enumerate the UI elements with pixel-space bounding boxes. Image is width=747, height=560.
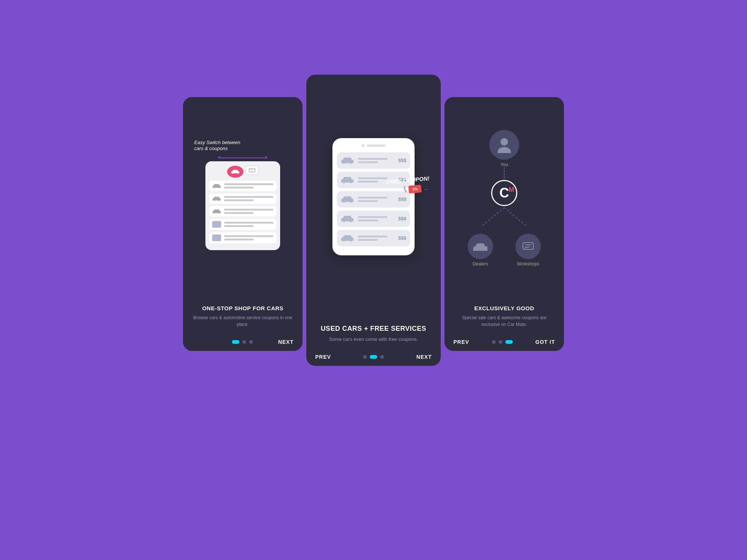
node-you: You	[489, 130, 519, 167]
right-card-desc: Special sale cars & awesome coupons are …	[453, 314, 555, 328]
svg-point-5	[214, 187, 215, 188]
right-dot-2	[499, 340, 502, 344]
left-footer: ONE-STOP SHOP FOR CARS Browse cars & aut…	[183, 299, 303, 335]
dealers-circle	[468, 234, 493, 259]
svg-point-13	[343, 181, 345, 183]
dot-1	[232, 340, 239, 344]
list-row-1	[209, 181, 276, 191]
right-dot-1	[492, 340, 496, 344]
svg-point-7	[214, 199, 215, 201]
card-left: Easy Switch between cars & coupons	[183, 97, 303, 351]
connector-area	[471, 208, 538, 226]
svg-point-1	[237, 172, 238, 174]
coupon-row-1	[209, 219, 276, 230]
right-footer: EXCLUSIVELY GOOD Special sale cars & awe…	[444, 299, 564, 335]
svg-text:1%: 1%	[523, 246, 528, 249]
svg-text:1%: 1%	[250, 170, 253, 172]
tab-icon-coupon: 1%	[246, 166, 258, 175]
card-center: $$$ $$$ $$$ $$$	[306, 75, 441, 366]
free-coupon-label: FREE COUPON!	[386, 175, 430, 186]
center-dot-1	[363, 355, 367, 359]
cards-container: Easy Switch between cars & coupons	[205, 75, 542, 485]
cm-logo-node: C M	[491, 180, 517, 206]
connector-v1	[504, 167, 505, 178]
svg-line-22	[482, 208, 504, 226]
tab-icons: 1%	[209, 166, 276, 178]
svg-point-21	[500, 138, 508, 146]
left-illustration: Easy Switch between cars & coupons	[183, 97, 303, 299]
right-got-it-button[interactable]: GOT IT	[535, 339, 555, 345]
svg-point-17	[343, 220, 345, 222]
svg-point-0	[233, 172, 234, 174]
workshops-label: Workshops	[517, 261, 539, 267]
phone-speaker	[337, 144, 410, 147]
right-nav-dots	[492, 340, 513, 344]
svg-point-8	[218, 199, 220, 201]
center-row-4: $$$	[337, 211, 410, 227]
coupon-row-2	[209, 232, 276, 243]
svg-point-15	[343, 200, 345, 203]
center-prev-button[interactable]: PREV	[315, 354, 331, 360]
center-row-1: $$$	[337, 152, 410, 169]
dot-3	[249, 340, 253, 344]
switch-arrows	[205, 158, 280, 158]
svg-line-23	[504, 208, 527, 226]
left-card-title: ONE-STOP SHOP FOR CARS	[192, 305, 294, 311]
center-card-nav: PREV NEXT	[306, 350, 441, 366]
left-card-desc: Browse cars & automotive service coupons…	[192, 314, 294, 328]
node-workshops: 1% Workshops	[515, 234, 541, 267]
right-card-title: EXCLUSIVELY GOOD	[453, 305, 555, 311]
svg-point-12	[350, 162, 352, 164]
svg-point-11	[343, 162, 345, 164]
left-card-nav: NEXT	[183, 335, 303, 351]
coupon-badge: 1%	[408, 185, 422, 194]
right-dot-3	[505, 340, 513, 344]
dot-2	[242, 340, 246, 344]
center-dot-2	[370, 355, 377, 359]
node-dealers: Dealers	[468, 234, 493, 267]
svg-point-9	[214, 212, 215, 214]
center-card-title: USED CARS + FREE SERVICES	[315, 325, 432, 333]
center-nav-dots	[363, 355, 384, 359]
list-row-3	[209, 206, 276, 217]
network-diagram: You C M	[448, 130, 560, 267]
bottom-nodes: Dealers 1% Workshops	[468, 234, 541, 267]
left-phone-mockup: 1%	[205, 161, 280, 250]
svg-point-20	[350, 239, 352, 242]
left-nav-dots	[232, 340, 253, 344]
tab-icon-car	[227, 166, 244, 178]
card-right: You C M	[444, 97, 564, 351]
you-label: You	[500, 162, 508, 167]
list-row-2	[209, 193, 276, 204]
svg-point-10	[218, 212, 220, 214]
svg-point-24	[476, 249, 478, 251]
center-footer: USED CARS + FREE SERVICES Some cars even…	[306, 319, 441, 351]
svg-point-25	[483, 249, 485, 251]
right-card-nav: PREV GOT IT	[444, 335, 564, 351]
svg-point-16	[350, 200, 352, 203]
svg-point-19	[343, 239, 345, 242]
svg-point-18	[350, 220, 352, 222]
center-row-5: $$$	[337, 230, 410, 246]
center-card-desc: Some cars even come with free coupons.	[315, 336, 432, 343]
right-illustration: You C M	[444, 97, 564, 299]
dealers-label: Dealers	[472, 261, 488, 267]
right-prev-button[interactable]: PREV	[453, 339, 469, 345]
center-next-button[interactable]: NEXT	[416, 354, 432, 360]
center-dot-3	[380, 355, 384, 359]
you-circle	[489, 130, 519, 160]
switch-label: Easy Switch between cars & coupons	[194, 140, 243, 152]
svg-point-14	[350, 181, 352, 183]
center-row-3: $$$	[337, 191, 410, 208]
svg-point-6	[218, 187, 220, 188]
center-illustration: $$$ $$$ $$$ $$$	[306, 75, 441, 319]
left-next-button[interactable]: NEXT	[278, 339, 294, 345]
arrow-line	[220, 158, 265, 158]
workshops-circle: 1%	[515, 234, 541, 259]
center-phone-mockup: $$$ $$$ $$$ $$$	[332, 138, 415, 255]
free-coupon-area: FREE COUPON! 1% ←	[387, 177, 430, 193]
